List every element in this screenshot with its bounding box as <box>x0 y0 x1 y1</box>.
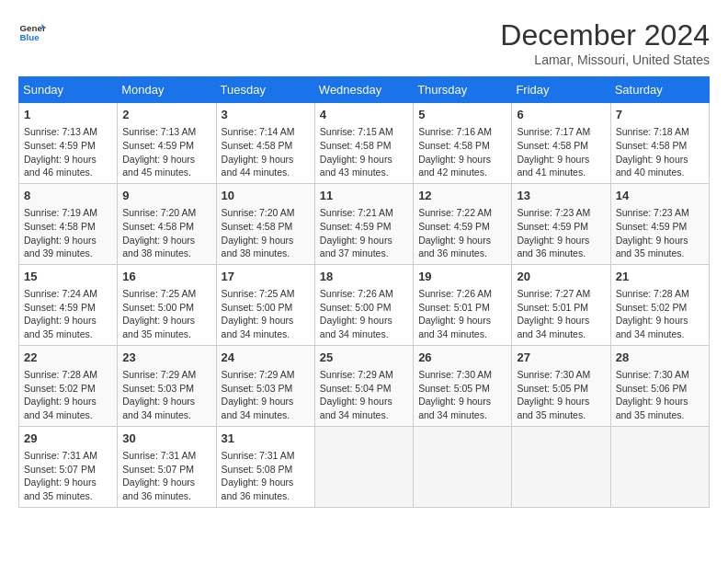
calendar-day-cell: 23Sunrise: 7:29 AMSunset: 5:03 PMDayligh… <box>118 345 216 426</box>
location: Lamar, Missouri, United States <box>500 52 710 67</box>
calendar-day-cell <box>610 426 709 507</box>
calendar-day-cell: 4Sunrise: 7:15 AMSunset: 4:58 PMDaylight… <box>314 103 413 184</box>
calendar-day-cell: 14Sunrise: 7:23 AMSunset: 4:59 PMDayligh… <box>610 183 709 264</box>
weekday-header-tuesday: Tuesday <box>216 77 314 103</box>
calendar-day-cell <box>314 426 413 507</box>
day-number: 24 <box>222 350 310 366</box>
calendar-day-cell: 17Sunrise: 7:25 AMSunset: 5:00 PMDayligh… <box>216 264 314 345</box>
day-number: 12 <box>418 188 506 204</box>
day-number: 22 <box>24 350 112 366</box>
day-number: 1 <box>24 107 112 123</box>
day-info: Sunrise: 7:25 AMSunset: 5:00 PMDaylight:… <box>122 288 196 339</box>
day-info: Sunrise: 7:31 AMSunset: 5:07 PMDaylight:… <box>122 450 196 501</box>
weekday-header-wednesday: Wednesday <box>314 77 413 103</box>
calendar-week-row: 15Sunrise: 7:24 AMSunset: 4:59 PMDayligh… <box>19 264 710 345</box>
day-info: Sunrise: 7:24 AMSunset: 4:59 PMDaylight:… <box>24 288 97 339</box>
day-number: 4 <box>320 107 408 123</box>
calendar-day-cell: 10Sunrise: 7:20 AMSunset: 4:58 PMDayligh… <box>216 183 314 264</box>
logo: General Blue <box>18 18 46 46</box>
weekday-header-thursday: Thursday <box>414 77 512 103</box>
calendar-week-row: 29Sunrise: 7:31 AMSunset: 5:07 PMDayligh… <box>19 426 710 507</box>
calendar-day-cell: 20Sunrise: 7:27 AMSunset: 5:01 PMDayligh… <box>512 264 610 345</box>
day-info: Sunrise: 7:20 AMSunset: 4:58 PMDaylight:… <box>222 207 295 259</box>
day-info: Sunrise: 7:15 AMSunset: 4:58 PMDaylight:… <box>320 126 393 178</box>
day-number: 9 <box>122 188 210 204</box>
day-number: 10 <box>222 188 310 204</box>
calendar-day-cell: 24Sunrise: 7:29 AMSunset: 5:03 PMDayligh… <box>216 345 314 426</box>
day-number: 16 <box>122 269 210 285</box>
logo-icon: General Blue <box>18 18 46 46</box>
day-info: Sunrise: 7:22 AMSunset: 4:59 PMDaylight:… <box>418 207 492 259</box>
calendar-day-cell: 12Sunrise: 7:22 AMSunset: 4:59 PMDayligh… <box>414 183 512 264</box>
calendar-day-cell: 19Sunrise: 7:26 AMSunset: 5:01 PMDayligh… <box>414 264 512 345</box>
day-info: Sunrise: 7:21 AMSunset: 4:59 PMDaylight:… <box>320 207 393 259</box>
calendar-day-cell: 18Sunrise: 7:26 AMSunset: 5:00 PMDayligh… <box>314 264 413 345</box>
day-number: 30 <box>122 431 210 447</box>
calendar-week-row: 1Sunrise: 7:13 AMSunset: 4:59 PMDaylight… <box>19 103 710 184</box>
day-info: Sunrise: 7:29 AMSunset: 5:03 PMDaylight:… <box>122 369 196 420</box>
calendar-day-cell <box>414 426 512 507</box>
day-number: 14 <box>616 188 704 204</box>
day-number: 2 <box>122 107 210 123</box>
calendar-day-cell: 1Sunrise: 7:13 AMSunset: 4:59 PMDaylight… <box>19 103 118 184</box>
weekday-header-friday: Friday <box>512 77 610 103</box>
day-number: 31 <box>222 431 310 447</box>
day-number: 26 <box>418 350 506 366</box>
day-info: Sunrise: 7:18 AMSunset: 4:58 PMDaylight:… <box>616 126 689 178</box>
calendar-day-cell: 6Sunrise: 7:17 AMSunset: 4:58 PMDaylight… <box>512 103 610 184</box>
calendar-day-cell: 16Sunrise: 7:25 AMSunset: 5:00 PMDayligh… <box>118 264 216 345</box>
day-info: Sunrise: 7:13 AMSunset: 4:59 PMDaylight:… <box>122 126 196 178</box>
day-info: Sunrise: 7:23 AMSunset: 4:59 PMDaylight:… <box>616 207 689 259</box>
day-number: 29 <box>24 431 112 447</box>
day-info: Sunrise: 7:23 AMSunset: 4:59 PMDaylight:… <box>517 207 590 259</box>
title-area: December 2024 Lamar, Missouri, United St… <box>500 18 710 67</box>
calendar-day-cell: 29Sunrise: 7:31 AMSunset: 5:07 PMDayligh… <box>19 426 118 507</box>
calendar-day-cell: 3Sunrise: 7:14 AMSunset: 4:58 PMDaylight… <box>216 103 314 184</box>
calendar-day-cell: 13Sunrise: 7:23 AMSunset: 4:59 PMDayligh… <box>512 183 610 264</box>
calendar-week-row: 8Sunrise: 7:19 AMSunset: 4:58 PMDaylight… <box>19 183 710 264</box>
weekday-header-sunday: Sunday <box>19 77 118 103</box>
day-number: 20 <box>517 269 605 285</box>
calendar-day-cell: 9Sunrise: 7:20 AMSunset: 4:58 PMDaylight… <box>118 183 216 264</box>
day-number: 23 <box>122 350 210 366</box>
calendar-day-cell: 27Sunrise: 7:30 AMSunset: 5:05 PMDayligh… <box>512 345 610 426</box>
day-info: Sunrise: 7:28 AMSunset: 5:02 PMDaylight:… <box>24 369 97 420</box>
calendar-day-cell <box>512 426 610 507</box>
day-info: Sunrise: 7:30 AMSunset: 5:06 PMDaylight:… <box>616 369 689 420</box>
day-info: Sunrise: 7:31 AMSunset: 5:07 PMDaylight:… <box>24 450 97 501</box>
day-info: Sunrise: 7:14 AMSunset: 4:58 PMDaylight:… <box>222 126 295 178</box>
day-info: Sunrise: 7:26 AMSunset: 5:01 PMDaylight:… <box>418 288 492 339</box>
day-info: Sunrise: 7:31 AMSunset: 5:08 PMDaylight:… <box>222 450 295 501</box>
day-info: Sunrise: 7:28 AMSunset: 5:02 PMDaylight:… <box>616 288 689 339</box>
day-info: Sunrise: 7:27 AMSunset: 5:01 PMDaylight:… <box>517 288 590 339</box>
day-number: 25 <box>320 350 408 366</box>
day-info: Sunrise: 7:30 AMSunset: 5:05 PMDaylight:… <box>517 369 590 420</box>
calendar-day-cell: 30Sunrise: 7:31 AMSunset: 5:07 PMDayligh… <box>118 426 216 507</box>
calendar-day-cell: 25Sunrise: 7:29 AMSunset: 5:04 PMDayligh… <box>314 345 413 426</box>
page-header: General Blue December 2024 Lamar, Missou… <box>18 18 710 67</box>
day-number: 19 <box>418 269 506 285</box>
day-info: Sunrise: 7:19 AMSunset: 4:58 PMDaylight:… <box>24 207 97 259</box>
calendar-day-cell: 31Sunrise: 7:31 AMSunset: 5:08 PMDayligh… <box>216 426 314 507</box>
day-number: 21 <box>616 269 704 285</box>
calendar-day-cell: 7Sunrise: 7:18 AMSunset: 4:58 PMDaylight… <box>610 103 709 184</box>
weekday-header-monday: Monday <box>118 77 216 103</box>
weekday-header-saturday: Saturday <box>610 77 709 103</box>
calendar-day-cell: 15Sunrise: 7:24 AMSunset: 4:59 PMDayligh… <box>19 264 118 345</box>
calendar-table: SundayMondayTuesdayWednesdayThursdayFrid… <box>18 76 710 508</box>
day-number: 15 <box>24 269 112 285</box>
day-info: Sunrise: 7:20 AMSunset: 4:58 PMDaylight:… <box>122 207 196 259</box>
month-title: December 2024 <box>500 18 710 52</box>
day-number: 7 <box>616 107 704 123</box>
day-info: Sunrise: 7:13 AMSunset: 4:59 PMDaylight:… <box>24 126 97 178</box>
calendar-day-cell: 21Sunrise: 7:28 AMSunset: 5:02 PMDayligh… <box>610 264 709 345</box>
day-info: Sunrise: 7:29 AMSunset: 5:04 PMDaylight:… <box>320 369 393 420</box>
day-info: Sunrise: 7:17 AMSunset: 4:58 PMDaylight:… <box>517 126 590 178</box>
day-info: Sunrise: 7:26 AMSunset: 5:00 PMDaylight:… <box>320 288 393 339</box>
calendar-day-cell: 26Sunrise: 7:30 AMSunset: 5:05 PMDayligh… <box>414 345 512 426</box>
calendar-day-cell: 5Sunrise: 7:16 AMSunset: 4:58 PMDaylight… <box>414 103 512 184</box>
day-number: 17 <box>222 269 310 285</box>
day-number: 8 <box>24 188 112 204</box>
calendar-week-row: 22Sunrise: 7:28 AMSunset: 5:02 PMDayligh… <box>19 345 710 426</box>
calendar-day-cell: 22Sunrise: 7:28 AMSunset: 5:02 PMDayligh… <box>19 345 118 426</box>
